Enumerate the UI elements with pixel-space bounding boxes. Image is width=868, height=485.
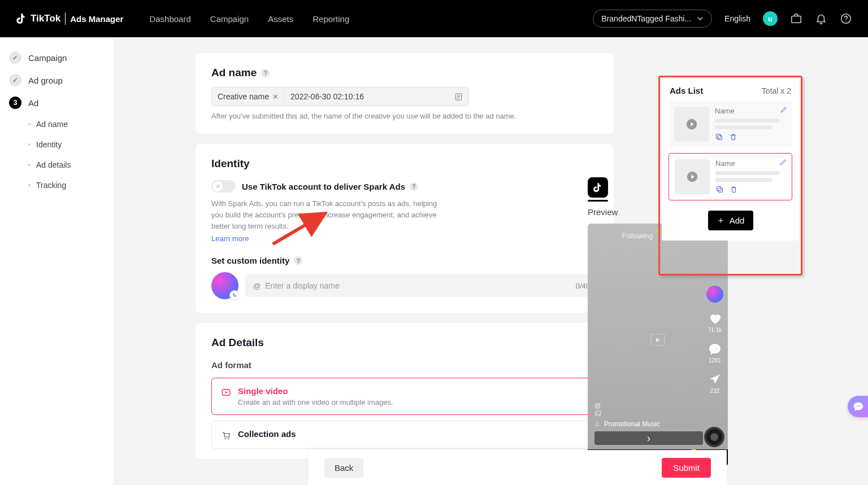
- trash-icon[interactable]: [729, 133, 737, 141]
- help-icon[interactable]: ?: [294, 256, 302, 265]
- format-title: Collection ads: [238, 429, 296, 439]
- trash-icon[interactable]: [730, 185, 738, 194]
- top-nav: Dashboard Campaign Assets Reporting: [149, 14, 349, 24]
- step-label: Ad: [28, 98, 38, 108]
- learn-more-link[interactable]: Learn more: [211, 234, 249, 243]
- music-note-icon: ♫: [594, 420, 600, 428]
- ad-item-name: Name: [715, 159, 786, 168]
- help-icon[interactable]: ?: [410, 182, 418, 191]
- spark-ads-desc: With Spark Ads, you can run a TikTok acc…: [211, 198, 449, 232]
- step-adgroup[interactable]: ✓ Ad group: [9, 69, 113, 91]
- logo-text: TikTok: [31, 13, 60, 24]
- svg-rect-13: [717, 134, 721, 139]
- substep-addetails[interactable]: Ad details: [28, 155, 113, 175]
- addetails-heading: Ad Details: [211, 337, 598, 349]
- help-icon[interactable]: ?: [261, 69, 270, 77]
- add-button[interactable]: ＋ Add: [708, 211, 753, 230]
- spark-ads-label: Use TikTok account to deliver Spark Ads …: [242, 182, 418, 191]
- svg-rect-7: [596, 411, 601, 416]
- tiktok-app-icon[interactable]: [588, 177, 608, 198]
- substep-tracking[interactable]: Tracking: [28, 175, 113, 195]
- comments: 1281: [708, 342, 722, 364]
- close-icon: ✕: [212, 181, 223, 191]
- step-ad[interactable]: 3 Ad: [9, 91, 113, 114]
- logo: TikTok Ads Manager: [16, 12, 123, 25]
- adname-row: Creative name ✕ 2022-06-30 02:10:16: [211, 87, 469, 106]
- adname-heading: Ad name ?: [211, 67, 598, 79]
- substeps: Ad name Identity Ad details Tracking: [9, 114, 113, 195]
- video-icon: [221, 387, 231, 397]
- bell-icon[interactable]: [815, 12, 827, 25]
- check-icon: ✓: [9, 74, 21, 86]
- substep-identity[interactable]: Identity: [28, 134, 113, 155]
- logo-divider: [65, 12, 66, 25]
- svg-rect-12: [718, 136, 722, 140]
- nav-dashboard[interactable]: Dashboard: [149, 14, 190, 24]
- template-icon[interactable]: [454, 93, 463, 101]
- at-icon: @: [588, 402, 728, 410]
- svg-point-5: [228, 438, 229, 439]
- check-icon: ✓: [9, 51, 21, 64]
- svg-point-4: [224, 438, 225, 439]
- custom-identity-heading: Set custom identity ?: [211, 256, 598, 265]
- briefcase-icon[interactable]: [790, 12, 802, 25]
- cta-bar: ›: [594, 431, 703, 445]
- format-collection-ads[interactable]: Collection ads: [211, 421, 598, 449]
- nav-reporting[interactable]: Reporting: [313, 14, 349, 24]
- identity-heading: Identity: [211, 158, 598, 170]
- spark-ads-toggle[interactable]: ✕: [211, 180, 235, 193]
- svg-point-8: [597, 412, 598, 413]
- help-icon[interactable]: [840, 12, 852, 25]
- pencil-icon[interactable]: [779, 158, 787, 166]
- ads-list-total: Total x 2: [762, 86, 791, 95]
- chevron-down-icon: [697, 15, 704, 22]
- play-icon: [674, 107, 709, 142]
- pencil-icon[interactable]: [780, 106, 788, 113]
- adname-input[interactable]: 2022-06-30 02:10:16: [285, 87, 469, 106]
- ad-item[interactable]: Name: [669, 101, 792, 147]
- copy-icon[interactable]: [715, 133, 723, 141]
- adformat-label: Ad format: [211, 360, 598, 370]
- plus-icon: ＋: [717, 215, 725, 226]
- copy-icon[interactable]: [715, 185, 724, 194]
- dot-icon: [655, 229, 658, 232]
- dot-icon: [28, 143, 31, 146]
- format-title: Single video: [238, 386, 393, 396]
- identity-avatar[interactable]: ✎: [211, 272, 238, 299]
- step-label: Campaign: [28, 53, 67, 63]
- step-label: Ad group: [28, 76, 63, 85]
- chat-fab[interactable]: [848, 396, 868, 417]
- back-button[interactable]: Back: [324, 458, 363, 478]
- dot-icon: [28, 123, 31, 125]
- format-single-video[interactable]: Single video Create an ad with one video…: [211, 378, 598, 415]
- step-campaign[interactable]: ✓ Campaign: [9, 46, 113, 69]
- pencil-icon[interactable]: ✎: [229, 290, 240, 300]
- user-avatar[interactable]: u: [763, 11, 778, 26]
- footer: Back Submit: [309, 450, 727, 485]
- chat-icon: [853, 401, 864, 412]
- svg-rect-16: [717, 187, 722, 191]
- active-indicator: [588, 200, 608, 202]
- ad-item-name: Name: [715, 107, 787, 115]
- close-icon[interactable]: ✕: [272, 93, 279, 101]
- nav-campaign[interactable]: Campaign: [210, 14, 249, 24]
- likes: 71.1k: [708, 312, 722, 333]
- submit-button[interactable]: Submit: [662, 458, 711, 478]
- substep-adname[interactable]: Ad name: [28, 114, 113, 134]
- addetails-card: Ad Details Ad format Single video Create…: [196, 323, 614, 459]
- play-icon: [675, 159, 710, 194]
- ad-item[interactable]: Name: [669, 153, 792, 200]
- profile-avatar-icon: [706, 286, 723, 303]
- svg-point-17: [856, 405, 857, 407]
- phone-preview: Following For You 71.1k 1: [588, 224, 728, 466]
- account-selector[interactable]: BrandedNTagged Fashi...: [593, 10, 712, 28]
- creative-name-chip[interactable]: Creative name ✕: [211, 87, 285, 106]
- display-name-input[interactable]: @ Enter a display name 0/40: [245, 274, 598, 297]
- language-label[interactable]: English: [724, 14, 750, 23]
- svg-point-18: [858, 405, 859, 407]
- format-sub: Create an ad with one video or multiple …: [238, 398, 393, 407]
- dot-icon: [28, 164, 31, 166]
- nav-assets[interactable]: Assets: [268, 14, 293, 24]
- identity-card: Identity ✕ Use TikTok account to deliver…: [196, 144, 614, 313]
- adname-card: Ad name ? Creative name ✕ 2022-06-30 02:…: [196, 53, 614, 134]
